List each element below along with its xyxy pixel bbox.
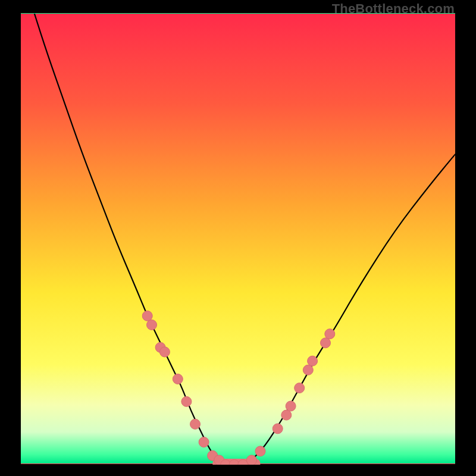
bottleneck-curve <box>35 14 456 465</box>
data-point <box>246 455 256 465</box>
data-point <box>281 410 292 420</box>
data-point <box>190 419 201 429</box>
data-point <box>147 320 157 330</box>
data-point <box>199 437 209 447</box>
data-point <box>181 396 192 406</box>
data-point <box>159 347 170 357</box>
data-point <box>173 374 183 384</box>
chart-frame: TheBottleneck.com <box>0 0 476 476</box>
data-point <box>308 356 318 366</box>
data-point <box>142 311 152 321</box>
data-point <box>286 401 296 411</box>
watermark-text: TheBottleneck.com <box>332 1 455 17</box>
data-point <box>273 424 283 434</box>
data-point <box>255 446 265 456</box>
chart-svg <box>21 14 456 465</box>
data-point <box>295 383 305 393</box>
plot-area <box>21 13 455 464</box>
data-point <box>321 338 331 348</box>
data-point <box>325 329 335 339</box>
data-point <box>303 365 313 375</box>
